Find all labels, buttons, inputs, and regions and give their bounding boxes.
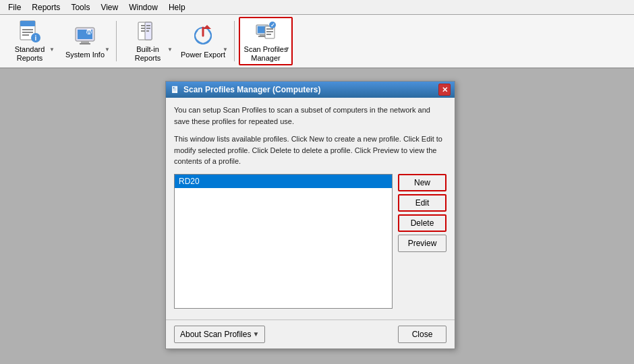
svg-rect-4 (22, 34, 29, 36)
dialog-body: You can setup Scan Profiles to scan a su… (166, 98, 455, 315)
system-info-button[interactable]: W System Info ▼ (58, 17, 112, 65)
preview-button[interactable]: Preview (398, 235, 446, 252)
scan-profiles-manager-icon: ✓ (252, 20, 279, 44)
svg-text:i: i (35, 34, 37, 42)
svg-rect-31 (266, 34, 271, 35)
power-export-button[interactable]: Power Export ▼ (176, 17, 230, 65)
scan-profiles-manager-label: Scan Profiles Manager (243, 45, 289, 63)
edit-button[interactable]: Edit (398, 194, 446, 212)
close-button[interactable]: Close (398, 326, 446, 343)
menu-help[interactable]: Help (163, 1, 191, 13)
dialog-content: RD20 New Edit Delete Preview (174, 174, 446, 309)
svg-rect-9 (81, 41, 89, 43)
about-scan-profiles-label: About Scan Profiles (180, 330, 251, 339)
svg-text:✓: ✓ (270, 22, 275, 28)
svg-rect-20 (146, 30, 149, 32)
menu-window[interactable]: Window (123, 1, 163, 13)
dialog-action-buttons: New Edit Delete Preview (398, 174, 446, 309)
svg-rect-1 (20, 21, 35, 26)
built-in-reports-dropdown-icon: ▼ (167, 47, 173, 53)
power-export-label: Power Export (181, 51, 225, 59)
menu-bar: File Reports Tools View Window Help (0, 0, 634, 15)
standard-reports-button[interactable]: i Standard Reports ▼ (3, 17, 57, 65)
dialog-title: Scan Profiles Manager (Computers) (183, 85, 438, 94)
standard-reports-icon: i (16, 20, 43, 44)
system-info-icon: W (71, 22, 98, 49)
svg-rect-18 (146, 25, 150, 26)
list-item[interactable]: RD20 (175, 175, 392, 188)
system-info-dropdown-icon: ▼ (105, 47, 110, 53)
dialog-titlebar: 🖥 Scan Profiles Manager (Computers) ✕ (166, 82, 455, 98)
about-dropdown-icon: ▼ (252, 330, 259, 338)
built-in-reports-button[interactable]: Built-in Reports ▼ (121, 17, 175, 65)
about-scan-profiles-button[interactable]: About Scan Profiles ▼ (174, 326, 265, 343)
toolbar: i Standard Reports ▼ W System Info ▼ (0, 15, 634, 69)
svg-rect-29 (266, 28, 273, 30)
built-in-reports-label: Built-in Reports (124, 45, 171, 63)
dialog-close-button[interactable]: ✕ (438, 84, 451, 96)
power-export-dropdown-icon: ▼ (223, 47, 228, 53)
power-export-icon (190, 22, 217, 49)
svg-rect-3 (22, 32, 33, 33)
dialog-description-2: This window lists available profiles. Cl… (174, 133, 446, 167)
menu-reports[interactable]: Reports (26, 1, 65, 13)
main-area: 🖥 Scan Profiles Manager (Computers) ✕ Yo… (0, 69, 634, 364)
svg-rect-19 (146, 28, 150, 29)
delete-button[interactable]: Delete (398, 214, 446, 232)
svg-text:W: W (86, 29, 92, 35)
dialog-title-icon: 🖥 (170, 84, 179, 95)
menu-view[interactable]: View (95, 1, 123, 13)
svg-rect-2 (22, 29, 33, 30)
menu-tools[interactable]: Tools (65, 1, 95, 13)
standard-reports-dropdown-icon: ▼ (49, 47, 55, 53)
svg-rect-10 (80, 43, 90, 44)
scan-profiles-dialog: 🖥 Scan Profiles Manager (Computers) ✕ Yo… (165, 81, 455, 349)
toolbar-separator-2 (234, 21, 235, 61)
dialog-footer: About Scan Profiles ▼ Close (166, 320, 455, 348)
menu-file[interactable]: File (3, 1, 26, 13)
scan-profiles-manager-dropdown-icon: ▼ (285, 46, 290, 52)
scan-profiles-manager-button[interactable]: ✓ Scan Profiles Manager ▼ (239, 17, 293, 65)
svg-marker-23 (203, 25, 211, 29)
built-in-reports-icon (134, 20, 161, 44)
dialog-description-1: You can setup Scan Profiles to scan a su… (174, 104, 446, 127)
system-info-label: System Info (65, 51, 105, 59)
new-button[interactable]: New (398, 174, 446, 191)
standard-reports-label: Standard Reports (6, 45, 53, 63)
toolbar-separator-1 (116, 21, 117, 61)
svg-rect-26 (260, 34, 265, 36)
svg-rect-30 (266, 31, 273, 32)
profiles-list[interactable]: RD20 (174, 174, 393, 309)
